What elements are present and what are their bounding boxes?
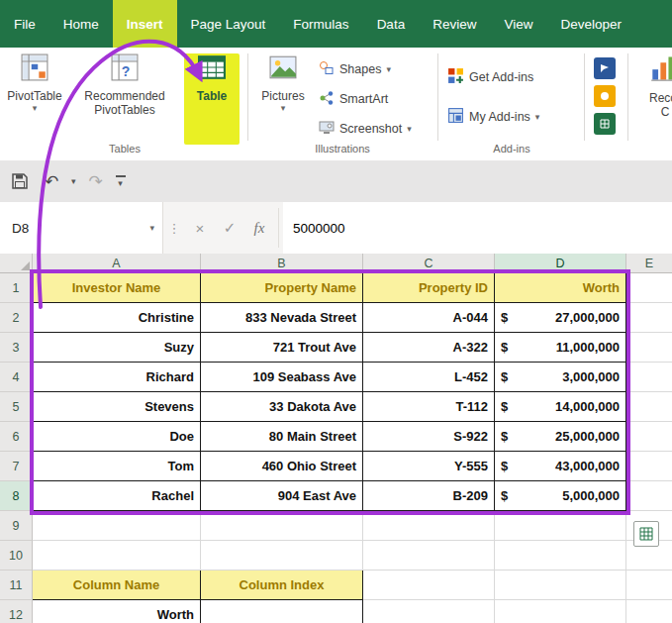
get-addins-button[interactable]: Get Add-ins [447,65,533,89]
tab-data[interactable]: Data [363,0,420,48]
cell-e2[interactable] [626,303,672,333]
tab-home[interactable]: Home [49,0,113,48]
addin-shortcut-icon-green[interactable] [594,113,616,135]
cell-e1[interactable] [626,273,672,303]
save-button[interactable] [8,168,32,194]
cell-e7[interactable] [626,452,672,481]
cell-d2[interactable]: $ 27,000,000 [495,303,626,333]
cell-a1[interactable]: Investor Name [33,273,201,303]
cell-a9[interactable] [33,511,201,541]
undo-dropdown-icon[interactable]: ▾ [71,176,76,186]
cell-b6[interactable]: 80 Main Street [201,422,363,452]
tab-developer[interactable]: Developer [546,0,635,48]
cell-e12[interactable] [626,600,672,623]
cell-b1[interactable]: Property Name [201,273,363,303]
cell-b3[interactable]: 721 Trout Ave [201,333,363,363]
tab-page-layout[interactable]: Page Layout [177,0,280,48]
cell-d7[interactable]: $ 43,000,000 [495,452,626,481]
cell-a8[interactable]: Rachel [33,481,201,511]
tab-view[interactable]: View [490,0,546,48]
row-header-10[interactable]: 10 [0,541,33,571]
cell-e8[interactable] [626,481,672,511]
cell-c7[interactable]: Y-555 [363,452,495,481]
cell-c1[interactable]: Property ID [363,273,495,303]
cell-e3[interactable] [626,333,672,363]
cell-c3[interactable]: A-322 [363,333,495,363]
cell-c2[interactable]: A-044 [363,303,495,333]
insert-function-button[interactable]: fx [244,202,274,254]
cell-c11[interactable] [363,571,495,600]
cell-a11[interactable]: Column Name [33,571,201,600]
cell-c6[interactable]: S-922 [363,422,495,452]
cell-e4[interactable] [626,363,672,392]
cell-b2[interactable]: 833 Nevada Street [201,303,363,333]
name-box-resize-handle[interactable]: ⋮ [163,202,185,254]
column-header-a[interactable]: A [33,254,201,273]
recommended-charts-button[interactable]: Recor C [635,53,672,145]
cell-a6[interactable]: Doe [33,422,201,452]
column-header-e[interactable]: E [626,254,672,273]
recommended-pivottables-button[interactable]: ? Recommended PivotTables [67,53,182,145]
formula-input[interactable]: 5000000 [283,202,672,254]
cell-c4[interactable]: L-452 [363,363,495,392]
row-header-6[interactable]: 6 [0,422,33,452]
tab-file[interactable]: File [0,0,49,48]
cell-a5[interactable]: Stevens [33,392,201,422]
cancel-button[interactable]: × [185,202,215,254]
cell-d5[interactable]: $ 14,000,000 [495,392,626,422]
cell-b12[interactable] [201,600,363,623]
cell-e11[interactable] [626,571,672,600]
enter-button[interactable]: ✓ [215,202,244,254]
tab-formulas[interactable]: Formulas [279,0,362,48]
cell-a4[interactable]: Richard [33,363,201,392]
cell-a3[interactable]: Suzy [33,333,201,363]
table-button[interactable]: Table [184,53,240,145]
row-header-4[interactable]: 4 [0,363,33,392]
cell-d4[interactable]: $ 3,000,000 [495,363,626,392]
quick-analysis-button[interactable] [633,521,659,547]
cell-b10[interactable] [201,541,363,571]
row-header-2[interactable]: 2 [0,303,33,333]
cell-c5[interactable]: T-112 [363,392,495,422]
cell-e6[interactable] [626,422,672,452]
name-box[interactable]: D8 ▾ [0,202,163,254]
cell-b9[interactable] [201,511,363,541]
smartart-button[interactable]: SmartArt [319,87,388,111]
row-header-7[interactable]: 7 [0,452,33,481]
cell-d12[interactable] [495,600,626,623]
cell-a7[interactable]: Tom [33,452,201,481]
cell-d6[interactable]: $ 25,000,000 [495,422,626,452]
cell-b4[interactable]: 109 Seabass Ave [201,363,363,392]
row-header-11[interactable]: 11 [0,571,33,600]
redo-button[interactable]: ↷ [84,168,108,194]
my-addins-button[interactable]: My Add-ins ▾ [447,105,539,129]
cell-d9[interactable] [495,511,626,541]
row-header-5[interactable]: 5 [0,392,33,422]
cell-d11[interactable] [495,571,626,600]
cell-d10[interactable] [495,541,626,571]
cell-a10[interactable] [33,541,201,571]
row-header-9[interactable]: 9 [0,511,33,541]
cell-c12[interactable] [363,600,495,623]
column-header-c[interactable]: C [363,254,495,273]
cell-d1[interactable]: Worth [495,273,626,303]
tab-review[interactable]: Review [419,0,490,48]
row-header-1[interactable]: 1 [0,273,33,303]
cell-c10[interactable] [363,541,495,571]
row-header-8[interactable]: 8 [0,481,33,511]
select-all-corner[interactable] [0,254,33,273]
pictures-button[interactable]: Pictures ▾ [253,53,313,145]
addin-shortcut-icon-blue[interactable] [594,57,616,79]
cell-b5[interactable]: 33 Dakota Ave [201,392,363,422]
cell-d3[interactable]: $ 11,000,000 [495,333,626,363]
cell-c8[interactable]: B-209 [363,481,495,511]
column-header-b[interactable]: B [201,254,363,273]
cell-b7[interactable]: 460 Ohio Street [201,452,363,481]
column-header-d[interactable]: D [495,254,626,273]
cell-d8-active[interactable]: $ 5,000,000 [495,481,626,511]
pivottable-button[interactable]: PivotTable ▾ [4,53,65,145]
undo-button[interactable]: ↶ [40,168,63,194]
cell-e5[interactable] [626,392,672,422]
cell-a2[interactable]: Christine [33,303,201,333]
row-header-3[interactable]: 3 [0,333,33,363]
